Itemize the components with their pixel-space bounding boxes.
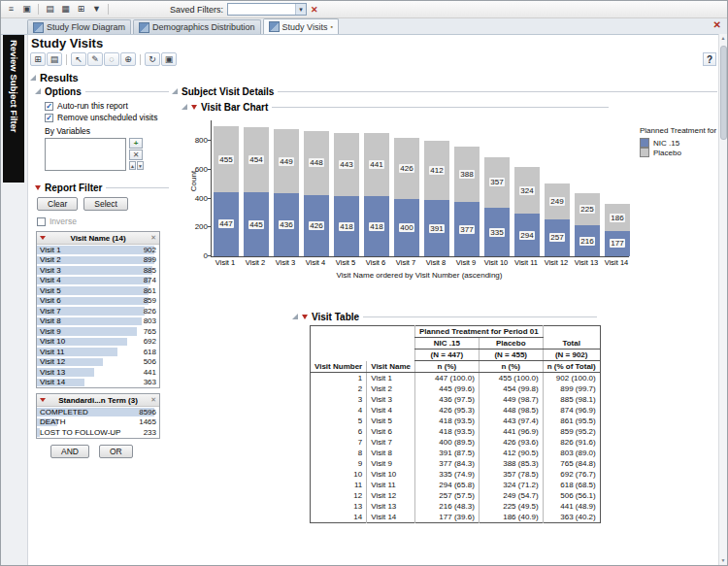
- brush-tool-icon[interactable]: ✎: [87, 52, 103, 66]
- red-triangle-icon[interactable]: [302, 315, 308, 319]
- bar-segment-placebo[interactable]: 455: [214, 126, 239, 191]
- legend-item[interactable]: Placebo: [640, 148, 728, 157]
- table-row[interactable]: 6Visit 6418 (93.5)441 (96.9)859 (95.2): [311, 426, 601, 437]
- remove-variable-button[interactable]: ✕: [129, 150, 143, 160]
- filter-item[interactable]: Visit 5861: [37, 285, 159, 296]
- bar-visit-7[interactable]: 426400: [394, 138, 419, 256]
- bar-visit-2[interactable]: 454445: [244, 127, 269, 256]
- bar-segment-placebo[interactable]: 324: [514, 167, 540, 214]
- layout-icon[interactable]: ⊞: [74, 3, 88, 16]
- filter-item[interactable]: Visit 11618: [37, 347, 159, 357]
- bar-segment-placebo[interactable]: 426: [394, 138, 419, 199]
- inverse-checkbox[interactable]: [37, 217, 46, 226]
- table-row[interactable]: 13Visit 13216 (48.3)225 (49.5)441 (48.9): [311, 501, 601, 512]
- filter-item[interactable]: Visit 1902: [37, 245, 159, 255]
- move-down-button[interactable]: ▼: [137, 161, 144, 170]
- tab-study-flow-diagram[interactable]: Study Flow Diagram: [27, 19, 131, 34]
- filter-item[interactable]: Visit 13441: [37, 367, 159, 378]
- table-row[interactable]: 10Visit 10335 (74.9)357 (78.5)692 (76.7): [311, 469, 601, 480]
- table-row[interactable]: 12Visit 12257 (57.5)249 (54.7)506 (56.1): [311, 490, 601, 501]
- or-button[interactable]: OR: [99, 445, 133, 458]
- by-variables-list[interactable]: [45, 138, 126, 171]
- table-row[interactable]: 8Visit 8391 (87.5)412 (90.5)803 (89.0): [311, 448, 601, 458]
- bar-segment-placebo[interactable]: 357: [484, 157, 510, 209]
- clear-button[interactable]: Clear: [37, 197, 78, 211]
- bar-visit-9[interactable]: 388377: [454, 147, 480, 256]
- bar-segment-nic-15[interactable]: 418: [334, 196, 359, 256]
- red-triangle-icon[interactable]: [191, 105, 197, 110]
- bar-segment-placebo[interactable]: 249: [545, 183, 570, 219]
- bar-visit-12[interactable]: 249257: [545, 183, 570, 256]
- arrow-tool-icon[interactable]: ↖: [71, 52, 86, 66]
- scroll-up-icon[interactable]: ▲: [719, 34, 727, 43]
- bar-segment-nic-15[interactable]: 177: [605, 231, 630, 256]
- bar-segment-placebo[interactable]: 449: [274, 129, 299, 194]
- bar-segment-placebo[interactable]: 186: [605, 204, 630, 231]
- filter-item[interactable]: COMPLETED8596: [37, 407, 159, 417]
- bar-segment-nic-15[interactable]: 447: [214, 192, 239, 256]
- bar-segment-nic-15[interactable]: 257: [545, 219, 570, 256]
- table-row[interactable]: 4Visit 4426 (95.3)448 (98.5)874 (96.9): [311, 405, 601, 416]
- chevron-down-icon[interactable]: ▾: [295, 4, 306, 15]
- filter-item[interactable]: Visit 6859: [37, 296, 159, 307]
- move-up-button[interactable]: ▲: [129, 161, 136, 170]
- filter-item[interactable]: Visit 12506: [37, 357, 159, 368]
- red-triangle-icon[interactable]: [40, 236, 46, 240]
- bar-visit-14[interactable]: 186177: [605, 204, 630, 256]
- bar-segment-nic-15[interactable]: 426: [304, 195, 329, 256]
- close-icon[interactable]: ✕: [150, 396, 156, 404]
- graph-icon[interactable]: ▦: [58, 3, 73, 16]
- bar-segment-nic-15[interactable]: 418: [364, 196, 389, 256]
- bar-segment-nic-15[interactable]: 216: [575, 225, 600, 256]
- bar-segment-placebo[interactable]: 443: [334, 133, 359, 197]
- data-table-icon[interactable]: ▤: [43, 3, 57, 16]
- filter-item[interactable]: LOST TO FOLLOW-UP233: [37, 427, 159, 438]
- layout-icon[interactable]: ⊞: [30, 52, 46, 66]
- disclosure-icon[interactable]: [30, 75, 36, 81]
- filter-item[interactable]: Visit 3885: [37, 265, 159, 276]
- disclosure-icon[interactable]: [35, 88, 41, 94]
- camera-icon[interactable]: ▣: [161, 52, 177, 66]
- disclosure-icon[interactable]: [292, 314, 298, 319]
- table-row[interactable]: 2Visit 2445 (99.6)454 (99.8)899 (99.7): [311, 383, 601, 394]
- bar-visit-11[interactable]: 324294: [514, 167, 540, 256]
- bar-segment-placebo[interactable]: 441: [364, 133, 389, 196]
- disclosure-icon[interactable]: [172, 88, 178, 94]
- bar-segment-placebo[interactable]: 225: [575, 193, 600, 225]
- table-row[interactable]: 9Visit 9377 (84.3)388 (85.3)765 (84.8): [311, 458, 601, 469]
- help-button[interactable]: ?: [703, 52, 716, 66]
- bar-segment-nic-15[interactable]: 391: [424, 200, 449, 256]
- bar-segment-nic-15[interactable]: 445: [244, 192, 269, 256]
- filter-item[interactable]: Visit 2899: [37, 255, 159, 266]
- table-row[interactable]: 14Visit 14177 (39.6)186 (40.9)363 (40.2): [311, 512, 601, 523]
- vertical-scrollbar[interactable]: ▲ ▼: [718, 34, 727, 565]
- filter-item[interactable]: Visit 10692: [37, 337, 159, 348]
- clear-saved-filter-icon[interactable]: ✕: [311, 5, 318, 15]
- table-row[interactable]: 3Visit 3436 (97.5)449 (98.7)885 (98.1): [311, 394, 601, 405]
- auto-run-this-report-checkbox[interactable]: ✓: [45, 102, 53, 111]
- legend-item[interactable]: NIC .15: [640, 138, 728, 148]
- close-icon[interactable]: ✕: [713, 19, 721, 30]
- bar-visit-13[interactable]: 225216: [575, 193, 600, 256]
- scrollbar-thumb[interactable]: [720, 46, 727, 140]
- filter-item[interactable]: Visit 14363: [37, 378, 159, 388]
- filter-item[interactable]: DEATH1465: [37, 417, 159, 428]
- bar-segment-nic-15[interactable]: 335: [484, 208, 510, 256]
- refresh-icon[interactable]: ↻: [145, 52, 160, 66]
- bar-visit-6[interactable]: 441418: [364, 133, 389, 256]
- add-variable-button[interactable]: +: [129, 138, 143, 149]
- menu-icon[interactable]: ≡: [4, 3, 18, 16]
- filter-item[interactable]: Visit 8803: [37, 316, 159, 327]
- scroll-down-icon[interactable]: ▼: [719, 556, 727, 565]
- table-row[interactable]: 11Visit 11294 (65.8)324 (71.2)618 (68.5): [311, 480, 601, 490]
- review-subject-filter-tab[interactable]: Review Subject Filter: [3, 35, 24, 183]
- report-icon[interactable]: ▤: [47, 52, 62, 66]
- bar-visit-3[interactable]: 449436: [274, 129, 299, 256]
- and-button[interactable]: AND: [50, 445, 89, 458]
- tab-demographics-distribution[interactable]: Demographics Distribution: [133, 19, 261, 34]
- bar-segment-nic-15[interactable]: 294: [514, 214, 540, 256]
- table-row[interactable]: 1Visit 1447 (100.0)455 (100.0)902 (100.0…: [311, 373, 601, 384]
- close-icon[interactable]: ✕: [150, 234, 156, 242]
- bar-segment-nic-15[interactable]: 377: [454, 202, 480, 256]
- bar-visit-1[interactable]: 455447: [214, 126, 239, 256]
